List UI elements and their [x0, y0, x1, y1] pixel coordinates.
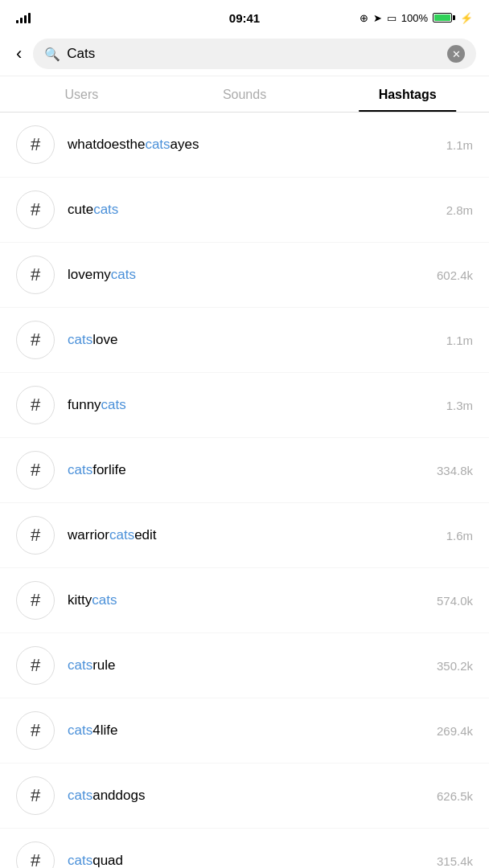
hashtag-hash-icon: #: [16, 386, 55, 424]
hashtag-count: 1.6m: [446, 529, 473, 542]
hashtag-highlight: cats: [101, 397, 126, 412]
hashtag-highlight: cats: [68, 788, 92, 803]
hashtag-name: warriorcatsedit: [68, 527, 438, 543]
hashtag-name: catslove: [68, 332, 438, 348]
hashtag-highlight: cats: [68, 332, 92, 347]
hashtag-hash-icon: #: [16, 581, 55, 620]
hashtag-hash-icon: #: [16, 841, 55, 868]
hashtag-item[interactable]: #lovemycats602.4k: [0, 243, 489, 308]
signal-bar-4: [28, 13, 31, 23]
navigation-icon: ➤: [373, 12, 382, 24]
hashtag-item[interactable]: #cutecats2.8m: [0, 178, 489, 243]
charging-icon: ⚡: [460, 12, 473, 24]
location-icon: ⊕: [360, 12, 368, 24]
back-button[interactable]: ‹: [13, 40, 25, 68]
hashtag-count: 1.1m: [446, 334, 473, 347]
battery-percent: 100%: [401, 12, 428, 24]
hashtag-count: 334.8k: [437, 464, 473, 477]
hashtag-item[interactable]: #warriorcatsedit1.6m: [0, 503, 489, 568]
hashtag-name: catsanddogs: [68, 788, 429, 804]
hashtag-item[interactable]: #catsquad315.4k: [0, 829, 489, 868]
hashtag-highlight: cats: [68, 462, 92, 477]
hashtag-hash-icon: #: [16, 125, 55, 164]
search-input-wrapper[interactable]: 🔍 Cats ✕: [33, 39, 476, 69]
screen-mirror-icon: ▭: [387, 12, 397, 24]
tab-bar: Users Sounds Hashtags: [0, 76, 489, 113]
status-right-icons: ⊕ ➤ ▭ 100% ⚡: [360, 12, 473, 24]
hashtag-count: 574.0k: [437, 594, 473, 608]
status-time: 09:41: [229, 11, 260, 25]
hashtag-highlight: cats: [111, 267, 136, 282]
hashtag-hash-icon: #: [16, 256, 55, 294]
hashtag-count: 269.4k: [437, 724, 473, 738]
hashtag-item[interactable]: #catsanddogs626.5k: [0, 764, 489, 829]
hashtag-item[interactable]: #kittycats574.0k: [0, 568, 489, 633]
hashtag-count: 626.5k: [437, 789, 473, 803]
signal-bars: [16, 13, 31, 23]
hashtag-hash-icon: #: [16, 776, 55, 815]
hashtag-count: 1.3m: [446, 399, 473, 412]
signal-bar-3: [24, 15, 27, 23]
hashtag-item[interactable]: #catsrule350.2k: [0, 633, 489, 698]
hashtag-name: funnycats: [68, 397, 438, 413]
hashtag-count: 602.4k: [437, 268, 473, 282]
hashtag-name: whatdoesthecatsayes: [68, 137, 438, 153]
hashtag-name: catsforlife: [68, 462, 429, 478]
signal-bar-2: [20, 18, 23, 23]
hashtag-hash-icon: #: [16, 646, 55, 685]
hashtag-item[interactable]: #catsforlife334.8k: [0, 438, 489, 503]
hashtag-list: #whatdoesthecatsayes1.1m#cutecats2.8m#lo…: [0, 113, 489, 868]
hashtag-highlight: cats: [68, 723, 92, 738]
hashtag-highlight: cats: [145, 137, 170, 152]
signal-area: [16, 13, 31, 23]
hashtag-name: cutecats: [68, 202, 438, 218]
tab-sounds[interactable]: Sounds: [163, 76, 327, 112]
hashtag-highlight: cats: [92, 592, 117, 608]
hashtag-count: 350.2k: [437, 659, 473, 673]
tab-users[interactable]: Users: [0, 76, 163, 112]
hashtag-name: catsrule: [68, 657, 429, 674]
hashtag-hash-icon: #: [16, 451, 55, 489]
hashtag-name: cats4life: [68, 723, 429, 739]
hashtag-hash-icon: #: [16, 190, 55, 229]
hashtag-highlight: cats: [93, 202, 118, 217]
battery-icon: [433, 13, 455, 23]
hashtag-highlight: cats: [68, 657, 92, 673]
clear-icon: ✕: [452, 48, 461, 60]
search-query: Cats: [67, 46, 441, 62]
search-icon: 🔍: [44, 47, 60, 62]
hashtag-name: kittycats: [68, 592, 429, 608]
signal-bar-1: [16, 20, 18, 23]
search-bar: ‹ 🔍 Cats ✕: [0, 32, 489, 76]
hashtag-item[interactable]: #funnycats1.3m: [0, 373, 489, 438]
hashtag-hash-icon: #: [16, 516, 55, 555]
hashtag-item[interactable]: #whatdoesthecatsayes1.1m: [0, 113, 489, 178]
hashtag-hash-icon: #: [16, 321, 55, 359]
hashtag-item[interactable]: #catslove1.1m: [0, 308, 489, 373]
clear-search-button[interactable]: ✕: [447, 45, 465, 63]
hashtag-highlight: cats: [68, 853, 92, 868]
status-bar: 09:41 ⊕ ➤ ▭ 100% ⚡: [0, 0, 489, 32]
hashtag-item[interactable]: #cats4life269.4k: [0, 698, 489, 764]
hashtag-count: 1.1m: [446, 138, 473, 152]
hashtag-highlight: cats: [109, 527, 134, 542]
hashtag-count: 2.8m: [446, 203, 473, 217]
hashtag-name: lovemycats: [68, 267, 429, 283]
hashtag-count: 315.4k: [437, 854, 473, 868]
hashtag-hash-icon: #: [16, 711, 55, 750]
hashtag-name: catsquad: [68, 853, 429, 868]
tab-hashtags[interactable]: Hashtags: [326, 76, 489, 112]
